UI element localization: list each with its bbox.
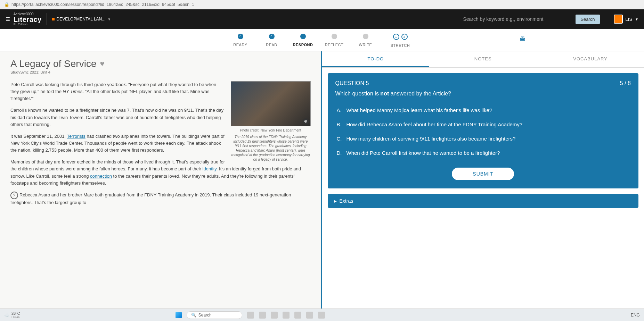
heart-icon[interactable]: ♥ [100, 59, 104, 68]
article-pane[interactable]: A Legacy of Service ♥ StudySync 2021: Un… [0, 51, 322, 310]
tab-vocabulary[interactable]: VOCABULARY [537, 51, 644, 67]
vocab-link[interactable]: Terrorists [67, 134, 85, 139]
user-menu[interactable]: LIS ▼ [614, 15, 638, 24]
main-area: A Legacy of Service ♥ StudySync 2021: Un… [0, 51, 644, 310]
question-progress: 5 / 8 [620, 80, 631, 86]
search-area: Search [462, 14, 600, 24]
figure-caption: The 2019 class of the FDNY Training Acad… [231, 135, 311, 162]
course-label: DEVELOPMENTAL LAN... [57, 17, 106, 22]
brand-top: Achieve3000 [14, 12, 42, 16]
lesson-stepper: READY READ RESPOND REFLECT WRITE 1 2 STR… [0, 29, 644, 51]
address-bar[interactable]: 🔒 https://portal.achieve3000.com/lesson/… [0, 0, 644, 9]
top-bar: ≡ Achieve3000 Literacy FL Edition DEVELO… [0, 9, 644, 29]
brand-text: Achieve3000 Literacy FL Edition [14, 12, 42, 26]
avatar [614, 15, 623, 24]
course-color-icon [52, 18, 55, 20]
activity-tabs: TO-DO NOTES VOCABULARY [322, 51, 644, 68]
course-dropdown[interactable]: DEVELOPMENTAL LAN... ▼ [52, 17, 111, 22]
step-write[interactable]: WRITE [350, 34, 381, 47]
stretch-sub-1[interactable]: 1 [393, 34, 399, 40]
divider [116, 13, 116, 25]
brand-main: Literacy [14, 16, 42, 23]
brand: ≡ Achieve3000 Literacy FL Edition [6, 12, 42, 26]
zoom-icon[interactable]: ⊕ [303, 118, 309, 125]
choice-list: A.What helped Manny Mojica learn what hi… [335, 103, 631, 160]
paragraph: Rebecca Asaro and her brother Marc both … [10, 192, 311, 206]
step-ready[interactable]: READY [225, 34, 256, 47]
article-image[interactable]: ⊕ [231, 81, 311, 126]
thought-icon[interactable] [10, 192, 18, 199]
tab-todo[interactable]: TO-DO [322, 51, 430, 67]
activity-pane: TO-DO NOTES VOCABULARY QUESTION 5 5 / 8 … [322, 51, 644, 310]
step-stretch[interactable]: 1 2 STRETCH [381, 34, 419, 48]
article-title: A Legacy of Service ♥ [10, 58, 311, 69]
search-button[interactable]: Search [576, 15, 600, 24]
windows-taskbar[interactable]: ☁️ 26°C Lluvia 🔍 Search ENG [0, 309, 644, 310]
stretch-sub-2[interactable]: 2 [401, 34, 408, 40]
submit-button[interactable]: SUBMIT [452, 168, 514, 180]
hamburger-icon[interactable]: ≡ [6, 15, 10, 24]
search-input[interactable] [462, 14, 573, 24]
chevron-down-icon: ▼ [107, 17, 111, 21]
brand-edition: FL Edition [14, 23, 42, 26]
triangle-right-icon: ▶ [334, 199, 337, 203]
choice-b[interactable]: B.How did Rebecca Asaro feel about her t… [335, 117, 631, 132]
article-subtitle: StudySync 2021: Unit 4 [10, 70, 311, 74]
choice-d[interactable]: D.When did Pete Carroll first know that … [335, 146, 631, 160]
step-reflect[interactable]: REFLECT [319, 34, 350, 47]
tab-notes[interactable]: NOTES [429, 51, 537, 67]
question-header: QUESTION 5 5 / 8 [335, 80, 631, 86]
question-prompt: Which question is not answered by the Ar… [335, 91, 631, 97]
print-icon[interactable]: 🖶 [520, 35, 526, 42]
vocab-link[interactable]: connection [90, 174, 112, 179]
url-text: https://portal.achieve3000.com/lesson/re… [11, 2, 194, 7]
step-respond[interactable]: RESPOND [287, 34, 319, 47]
choice-c[interactable]: C.How many children of surviving 9/11 fi… [335, 132, 631, 146]
extras-panel[interactable]: ▶ Extras [328, 194, 639, 208]
article-figure: ⊕ Photo credit: New York Fire Department… [231, 81, 311, 162]
article-body: ⊕ Photo credit: New York Fire Department… [10, 81, 311, 206]
paragraph: Memories of that day are forever etched … [10, 159, 311, 187]
figure-credit: Photo credit: New York Fire Department [231, 128, 311, 133]
vocab-link[interactable]: identity [203, 166, 217, 171]
question-card: QUESTION 5 5 / 8 Which question is not a… [328, 73, 639, 188]
lock-icon: 🔒 [4, 2, 9, 7]
step-read[interactable]: READ [256, 34, 287, 47]
divider [47, 13, 47, 25]
user-name: LIS [626, 17, 633, 22]
question-label: QUESTION 5 [335, 80, 369, 86]
choice-a[interactable]: A.What helped Manny Mojica learn what hi… [335, 103, 631, 117]
chevron-down-icon: ▼ [635, 17, 638, 21]
